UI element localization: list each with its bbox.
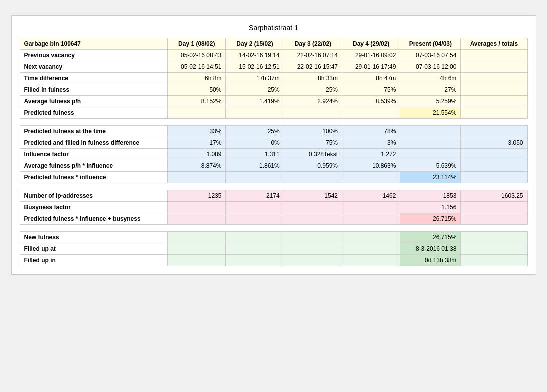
row-cell [284, 213, 342, 225]
table-row: Previous vacancy05-02-16 08:4314-02-16 1… [20, 50, 527, 61]
row-cell [284, 255, 342, 266]
section-spacer [20, 119, 527, 126]
col-header-d6: Averages / totals [461, 38, 527, 50]
row-cell: 5.259% [400, 96, 461, 107]
row-cell: 17% [168, 137, 226, 149]
row-cell [342, 243, 400, 255]
table-body: Previous vacancy05-02-16 08:4314-02-16 1… [20, 50, 527, 266]
row-cell: 29-01-16 17:49 [342, 61, 400, 73]
row-label: Next vacancy [20, 61, 168, 73]
row-cell: 07-03-16 12:00 [400, 61, 461, 73]
row-label: Influence factor [20, 149, 168, 160]
col-header-d1: Day 1 (08/02) [168, 38, 226, 50]
data-table: Garbage bin 100647 Day 1 (08/02) Day 2 (… [20, 38, 528, 266]
row-cell: 1.311 [226, 149, 284, 160]
row-cell [342, 202, 400, 213]
row-cell: 29-01-16 09:02 [342, 50, 400, 61]
col-header-d5: Present (04/03) [400, 38, 461, 50]
row-cell [400, 137, 461, 149]
row-cell [461, 243, 527, 255]
row-cell [461, 73, 527, 84]
table-row: New fulness26.715% [20, 232, 527, 243]
row-cell: 1853 [400, 190, 461, 202]
row-cell [342, 213, 400, 225]
row-cell [461, 255, 527, 266]
row-cell: 25% [284, 84, 342, 96]
table-row: Filled up in0d 13h 38m [20, 255, 527, 266]
row-cell: 22-02-16 07:14 [284, 50, 342, 61]
row-cell [284, 202, 342, 213]
table-row: Number of ip-addresses123521741542146218… [20, 190, 527, 202]
row-cell: 0.959% [284, 160, 342, 172]
row-cell [461, 126, 527, 137]
col-header-d2: Day 2 (15/02) [226, 38, 284, 50]
row-cell: 21.554% [400, 107, 461, 119]
table-row: Average fulness p/h * influence8.874%1.8… [20, 160, 527, 172]
row-cell: 25% [226, 84, 284, 96]
row-cell: 14-02-16 19:14 [226, 50, 284, 61]
table-row: Predicted fulness21.554% [20, 107, 527, 119]
row-label: Filled up in [20, 255, 168, 266]
row-cell: 23.114% [400, 172, 461, 183]
row-cell: 0.328Tekst [284, 149, 342, 160]
row-cell: 0d 13h 38m [400, 255, 461, 266]
row-cell: 17h 37m [226, 73, 284, 84]
row-label: Number of ip-addresses [20, 190, 168, 202]
row-label: Predicted fulness [20, 107, 168, 119]
row-label: Previous vacancy [20, 50, 168, 61]
table-row: Predicted fulness at the time33%25%100%7… [20, 126, 527, 137]
table-row: Next vacancy05-02-16 14:5115-02-16 12:51… [20, 61, 527, 73]
row-cell [168, 107, 226, 119]
row-cell [168, 213, 226, 225]
row-cell: 1603.25 [461, 190, 527, 202]
row-cell: 10.863% [342, 160, 400, 172]
row-cell: 3.050 [461, 137, 527, 149]
row-cell: 33% [168, 126, 226, 137]
row-cell [168, 255, 226, 266]
col-header-d3: Day 3 (22/02) [284, 38, 342, 50]
row-cell: 8h 33m [284, 73, 342, 84]
row-cell [284, 172, 342, 183]
row-cell [461, 96, 527, 107]
row-cell [461, 213, 527, 225]
row-cell [461, 202, 527, 213]
row-label: Predicted fulness at the time [20, 126, 168, 137]
row-cell [400, 126, 461, 137]
section-spacer [20, 183, 527, 190]
row-cell [461, 61, 527, 73]
row-cell [342, 172, 400, 183]
row-cell [461, 149, 527, 160]
row-cell: 8.152% [168, 96, 226, 107]
row-cell: 4h 6m [400, 73, 461, 84]
row-cell: 25% [226, 126, 284, 137]
row-cell [168, 202, 226, 213]
row-cell: 75% [284, 137, 342, 149]
row-cell: 27% [400, 84, 461, 96]
table-row: Predicted fulness * influence + busyness… [20, 213, 527, 225]
row-cell: 1.861% [226, 160, 284, 172]
row-cell [226, 213, 284, 225]
row-cell: 2.924% [284, 96, 342, 107]
row-label: Predicted fulness * influence [20, 172, 168, 183]
row-cell: 0% [226, 137, 284, 149]
row-cell [226, 107, 284, 119]
row-cell: 1.156 [400, 202, 461, 213]
row-cell [461, 160, 527, 172]
table-row: Average fulness p/h8.152%1.419%2.924%8.5… [20, 96, 527, 107]
table-row: Filled in fulness50%25%25%75%27% [20, 84, 527, 96]
row-cell [168, 172, 226, 183]
row-cell: 3% [342, 137, 400, 149]
row-cell: 1235 [168, 190, 226, 202]
row-cell [168, 232, 226, 243]
row-cell [461, 107, 527, 119]
row-label: Time difference [20, 73, 168, 84]
table-header: Garbage bin 100647 Day 1 (08/02) Day 2 (… [20, 38, 527, 50]
row-cell: 05-02-16 14:51 [168, 61, 226, 73]
row-cell [284, 107, 342, 119]
row-cell: 8.539% [342, 96, 400, 107]
row-cell: 15-02-16 12:51 [226, 61, 284, 73]
row-cell [226, 232, 284, 243]
row-cell: 6h 8m [168, 73, 226, 84]
row-cell: 2174 [226, 190, 284, 202]
section-spacer [20, 225, 527, 232]
